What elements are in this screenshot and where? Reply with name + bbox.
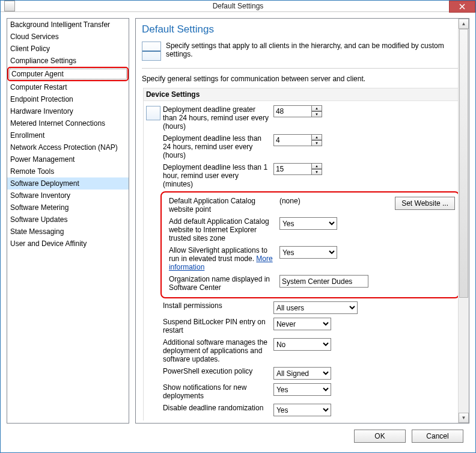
sidebar-item-computer-agent[interactable]: Computer Agent bbox=[7, 67, 129, 81]
page-title: Default Settings bbox=[142, 23, 463, 35]
list-icon bbox=[146, 106, 160, 120]
sidebar-item[interactable]: Software Updates bbox=[7, 214, 129, 226]
setting-row: Suspend BitLocker PIN entry on restart N… bbox=[146, 316, 460, 336]
setting-row: Show notifications for new deployments Y… bbox=[146, 381, 460, 402]
sidebar-item[interactable]: User and Device Affinity bbox=[7, 238, 129, 250]
setting-label: PowerShell execution policy bbox=[163, 367, 273, 375]
setting-label: Deployment deadline less than 24 hours, … bbox=[163, 134, 273, 159]
dialog-footer: OK Cancel bbox=[7, 424, 469, 449]
close-icon bbox=[459, 4, 465, 10]
cancel-button[interactable]: Cancel bbox=[412, 430, 463, 443]
app-icon bbox=[4, 1, 15, 11]
additional-software-select[interactable]: No bbox=[273, 338, 331, 351]
ok-button[interactable]: OK bbox=[354, 430, 406, 443]
deadline-lt24-spinner[interactable]: ▲▼ bbox=[273, 134, 322, 146]
device-settings-header: Device Settings bbox=[144, 88, 462, 101]
scroll-up-icon[interactable]: ▲ bbox=[459, 19, 469, 29]
sidebar-item[interactable]: Power Management bbox=[7, 153, 129, 165]
setting-label: Disable deadline randomization bbox=[163, 404, 273, 412]
window-title: Default Settings bbox=[1, 2, 475, 10]
sidebar-item[interactable]: Client Policy bbox=[7, 43, 129, 55]
trusted-sites-select[interactable]: Yes bbox=[279, 217, 337, 230]
sidebar-item[interactable]: Remote Tools bbox=[7, 165, 129, 177]
setting-label: Deployment deadline less than 1 hour, re… bbox=[163, 163, 273, 188]
setting-label: Allow Silverlight applications to run in… bbox=[169, 246, 279, 271]
catalog-website-value: (none) bbox=[279, 197, 301, 205]
separator bbox=[142, 68, 463, 69]
sidebar-item[interactable]: Network Access Protection (NAP) bbox=[7, 141, 129, 153]
sidebar-item[interactable]: Endpoint Protection bbox=[7, 93, 129, 105]
device-settings-panel: Device Settings Deployment deadline grea… bbox=[143, 88, 463, 421]
header-row: Specify settings that apply to all clien… bbox=[142, 42, 463, 61]
setting-row: Install permissions All users bbox=[146, 300, 460, 316]
titlebar: Default Settings bbox=[1, 1, 475, 12]
sidebar-item[interactable]: Enrollment bbox=[7, 129, 129, 141]
section-intro: Specify general settings for communicati… bbox=[142, 75, 463, 83]
powershell-policy-select[interactable]: All Signed bbox=[273, 367, 331, 380]
sidebar-item[interactable]: State Messaging bbox=[7, 226, 129, 238]
spin-down-icon[interactable]: ▼ bbox=[311, 169, 322, 175]
deadline-gt24-input[interactable] bbox=[273, 105, 312, 117]
scroll-down-icon[interactable]: ▼ bbox=[459, 413, 469, 423]
content-inner: Default Settings Specify settings that a… bbox=[136, 19, 469, 423]
sidebar: Background Intelligent Transfer Cloud Se… bbox=[7, 18, 129, 424]
disable-randomization-select[interactable]: Yes bbox=[273, 404, 331, 416]
sidebar-item[interactable]: Cloud Services bbox=[7, 31, 129, 43]
setting-row: Add default Application Catalog website … bbox=[165, 215, 455, 244]
silverlight-trust-select[interactable]: Yes bbox=[279, 246, 337, 259]
settings-icon bbox=[142, 42, 161, 61]
header-description: Specify settings that apply to all clien… bbox=[166, 42, 463, 58]
sidebar-item-software-deployment[interactable]: Software Deployment bbox=[7, 177, 129, 190]
deadline-gt24-spinner[interactable]: ▲▼ bbox=[273, 105, 322, 117]
dialog-body: Background Intelligent Transfer Cloud Se… bbox=[1, 12, 475, 453]
setting-label: Suspend BitLocker PIN entry on restart bbox=[163, 318, 273, 334]
settings-body: Deployment deadline greater than 24 hour… bbox=[144, 101, 462, 421]
deadline-lt1-input[interactable] bbox=[273, 163, 312, 175]
show-notifications-select[interactable]: Yes bbox=[273, 383, 331, 396]
content-pane: Default Settings Specify settings that a… bbox=[135, 18, 469, 424]
sidebar-item[interactable]: Metered Internet Connections bbox=[7, 117, 129, 129]
setting-label: Organization name displayed in Software … bbox=[169, 275, 279, 292]
dialog-window: Default Settings Background Intelligent … bbox=[0, 0, 476, 453]
vertical-scrollbar[interactable]: ▲ ▼ bbox=[458, 19, 469, 423]
deadline-lt1-spinner[interactable]: ▲▼ bbox=[273, 163, 322, 175]
sidebar-item[interactable]: Computer Restart bbox=[7, 81, 129, 93]
install-permissions-select[interactable]: All users bbox=[273, 301, 358, 314]
main-area: Background Intelligent Transfer Cloud Se… bbox=[7, 18, 469, 424]
close-button[interactable] bbox=[449, 1, 475, 13]
setting-label: Add default Application Catalog website … bbox=[169, 217, 279, 242]
setting-label: Additional software manages the deployme… bbox=[163, 338, 273, 363]
organization-name-input[interactable] bbox=[279, 275, 368, 288]
highlighted-settings-group: Default Application Catalog website poin… bbox=[160, 191, 460, 298]
sidebar-item[interactable]: Software Metering bbox=[7, 202, 129, 214]
spin-down-icon[interactable]: ▼ bbox=[311, 111, 322, 117]
setting-row: Additional software manages the deployme… bbox=[146, 336, 460, 365]
sidebar-item[interactable]: Background Intelligent Transfer bbox=[7, 19, 129, 31]
spin-up-icon[interactable]: ▲ bbox=[311, 163, 322, 169]
setting-row: Allow Silverlight applications to run in… bbox=[165, 244, 455, 273]
setting-row: Deployment deadline less than 1 hour, re… bbox=[146, 161, 460, 190]
setting-label: Install permissions bbox=[163, 301, 273, 310]
spin-up-icon[interactable]: ▲ bbox=[311, 134, 322, 140]
setting-row: Deployment deadline less than 24 hours, … bbox=[146, 132, 460, 161]
setting-label: Show notifications for new deployments bbox=[163, 383, 273, 400]
set-website-button[interactable]: Set Website ... bbox=[395, 197, 455, 210]
spin-up-icon[interactable]: ▲ bbox=[311, 105, 322, 111]
setting-row: Deployment deadline greater than 24 hour… bbox=[146, 103, 460, 132]
sidebar-item[interactable]: Hardware Inventory bbox=[7, 105, 129, 117]
setting-row: Default Application Catalog website poin… bbox=[165, 195, 455, 215]
sidebar-item[interactable]: Software Inventory bbox=[7, 190, 129, 202]
scroll-thumb[interactable] bbox=[459, 29, 468, 298]
setting-row: Disable deadline randomization Yes bbox=[146, 402, 460, 418]
setting-row: PowerShell execution policy All Signed bbox=[146, 365, 460, 381]
bitlocker-pin-select[interactable]: Never bbox=[273, 318, 331, 330]
setting-label: Deployment deadline greater than 24 hour… bbox=[163, 105, 273, 131]
deadline-lt24-input[interactable] bbox=[273, 134, 312, 146]
setting-label: Default Application Catalog website poin… bbox=[169, 197, 279, 214]
spin-down-icon[interactable]: ▼ bbox=[311, 140, 322, 146]
sidebar-item[interactable]: Compliance Settings bbox=[7, 55, 129, 67]
setting-row: Organization name displayed in Software … bbox=[165, 273, 455, 294]
scroll-track[interactable] bbox=[459, 29, 469, 413]
